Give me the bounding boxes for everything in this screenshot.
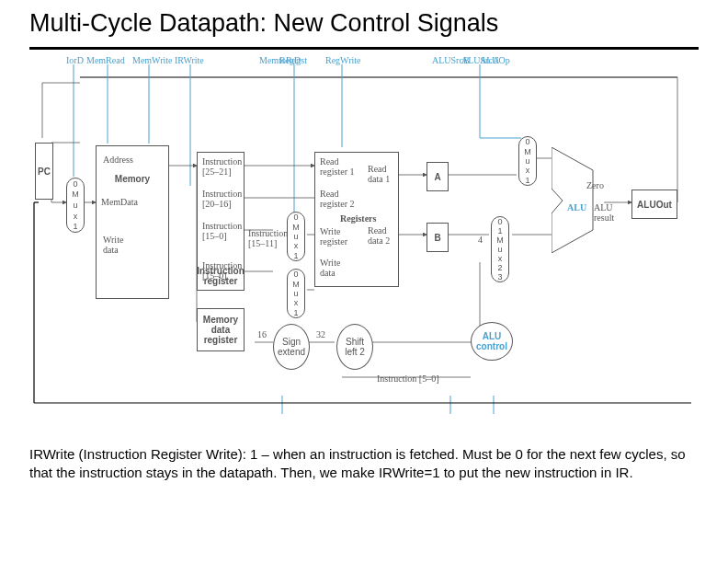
block-b: B [427, 223, 449, 252]
block-pc: PC [35, 143, 53, 200]
label-address: Address [103, 155, 133, 165]
signal-aluop: ALUOp [480, 55, 510, 65]
label-32: 32 [316, 329, 325, 339]
label-writereg: Write register [320, 226, 347, 247]
signal-memtoreg: MemtoReg [259, 55, 301, 65]
block-shiftleft: Shift left 2 [336, 324, 373, 370]
page-title: Multi-Cycle Datapath: New Control Signal… [29, 9, 699, 38]
label-alures: ALU result [594, 202, 614, 223]
label-zero: Zero [586, 180, 604, 190]
label-writedata2: Write data [320, 258, 340, 278]
title-divider [29, 47, 699, 50]
label-readdata1: Read data 1 [368, 164, 390, 184]
label-four: 4 [478, 235, 483, 245]
label-registers: Registers [340, 213, 376, 224]
signal-memread: MemRead [86, 55, 125, 65]
svg-marker-44 [552, 147, 593, 253]
signal-memwrite: MemWrite [132, 55, 172, 65]
block-aluout: ALUOut [631, 190, 677, 219]
label-readreg2: Read register 2 [320, 189, 355, 209]
alu-shape [552, 147, 607, 253]
mux-alusrcb: 01Mux23 [491, 216, 509, 282]
label-memdata: MemData [101, 197, 138, 207]
label-16: 16 [257, 329, 267, 339]
mux-iord: 0Mux1 [66, 178, 85, 233]
label-readdata2: Read data 2 [368, 225, 390, 246]
description-text: IRWrite (Instruction Register Write): 1 … [29, 445, 699, 481]
mux-memtoreg: 0Mux1 [287, 269, 305, 318]
label-alu: ALU [567, 202, 586, 213]
mux-alusrca: 0Mux1 [518, 136, 537, 186]
mux-regdst: 0Mux1 [287, 212, 305, 261]
label-readreg1: Read register 1 [320, 156, 355, 177]
signal-regwrite: RegWrite [325, 55, 360, 65]
block-signext: Sign extend [273, 324, 310, 370]
label-i2016: Instruction [20–16] [202, 189, 242, 209]
label-i150: Instruction [15–0] [202, 221, 242, 241]
datapath-diagram: IorD MemRead MemWrite IRWrite RegDst Reg… [29, 55, 699, 440]
signal-irwrite: IRWrite [175, 55, 204, 65]
label-i50: Instruction [5–0] [377, 373, 439, 384]
signal-alusrcb: ALUSrcB [432, 55, 470, 65]
block-aluctrl: ALU control [471, 322, 513, 361]
label-writedata: Write data [103, 235, 123, 255]
block-memory: Memory [96, 145, 169, 299]
label-i2521: Instruction [25–21] [202, 156, 242, 177]
label-i1511: Instruction [15–11] [248, 228, 288, 248]
label-i150b: Instruction [15–0] [202, 260, 242, 281]
block-a: A [427, 162, 449, 191]
signal-iord: IorD [66, 55, 84, 65]
block-mdr: Memory data register [197, 308, 245, 351]
